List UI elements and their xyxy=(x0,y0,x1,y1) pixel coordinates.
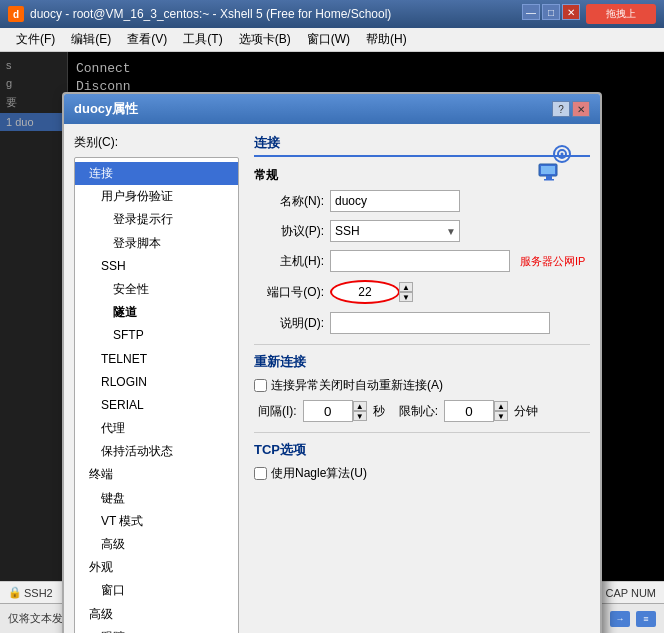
svg-rect-1 xyxy=(541,166,555,174)
title-bar: d duocy - root@VM_16_3_centos:~ - Xshell… xyxy=(0,0,664,28)
desc-input[interactable] xyxy=(330,312,550,334)
interval-input-wrap: ▲ ▼ xyxy=(303,400,367,422)
menu-edit[interactable]: 编辑(E) xyxy=(63,29,119,50)
port-input-wrapper: ▲ ▼ xyxy=(330,280,413,304)
tree-item-serial[interactable]: SERIAL xyxy=(75,394,238,417)
svg-rect-2 xyxy=(546,176,552,179)
modal-overlay: duocy属性 ? ✕ 类别(C): 连接 用户身份验证 xyxy=(0,52,664,581)
svg-point-6 xyxy=(561,153,564,156)
server-ip-hint: 服务器公网IP xyxy=(520,254,585,269)
window-title: duocy - root@VM_16_3_centos:~ - Xshell 5… xyxy=(30,7,522,21)
sec-label: 秒 xyxy=(373,403,385,420)
menu-tabs[interactable]: 选项卡(B) xyxy=(231,29,299,50)
limit-label: 限制心: xyxy=(399,403,438,420)
name-row: 名称(N): xyxy=(254,190,590,212)
reconnect-checkbox-label: 连接异常关闭时自动重新连接(A) xyxy=(271,377,443,394)
ssh-label: 🔒 xyxy=(8,586,22,599)
menu-bar: 文件(F) 编辑(E) 查看(V) 工具(T) 选项卡(B) 窗口(W) 帮助(… xyxy=(0,28,664,52)
reconnect-section: 重新连接 连接异常关闭时自动重新连接(A) 间隔(I): ▲ ▼ xyxy=(254,344,590,422)
host-input[interactable] xyxy=(330,250,510,272)
tree-item-security[interactable]: 安全性 xyxy=(75,278,238,301)
tree-item-login-prompt[interactable]: 登录提示行 xyxy=(75,208,238,231)
tcp-section: TCP选项 使用Nagle算法(U) xyxy=(254,432,590,482)
tree-item-connection[interactable]: 连接 xyxy=(75,162,238,185)
menu-window[interactable]: 窗口(W) xyxy=(299,29,358,50)
port-increment-button[interactable]: ▲ xyxy=(399,282,413,292)
host-label: 主机(H): xyxy=(254,253,324,270)
app-icon: d xyxy=(8,6,24,22)
menu-tools[interactable]: 工具(T) xyxy=(175,29,230,50)
dialog-help-button[interactable]: ? xyxy=(552,101,570,117)
interval-decrement-button[interactable]: ▼ xyxy=(353,411,367,421)
protocol-label: 协议(P): xyxy=(254,223,324,240)
tree-item-sftp[interactable]: SFTP xyxy=(75,324,238,347)
interval-label: 间隔(I): xyxy=(258,403,297,420)
send-icon[interactable]: → xyxy=(610,611,630,627)
tree-item-proxy[interactable]: 代理 xyxy=(75,417,238,440)
limit-decrement-button[interactable]: ▼ xyxy=(494,411,508,421)
port-decrement-button[interactable]: ▼ xyxy=(399,292,413,302)
limit-input[interactable] xyxy=(444,400,494,422)
tree-item-appearance[interactable]: 外观 xyxy=(75,556,238,579)
port-row: 端口号(O): ▲ ▼ xyxy=(254,280,590,304)
protocol-select[interactable]: SSH TELNET RLOGIN SERIAL SFTP xyxy=(330,220,460,242)
tree-item-window[interactable]: 窗口 xyxy=(75,579,238,602)
tree-panel: 连接 用户身份验证 登录提示行 登录脚本 SSH 安全性 隧道 SFTP TEL… xyxy=(74,157,239,633)
tree-item-login-script[interactable]: 登录脚本 xyxy=(75,232,238,255)
menu-view[interactable]: 查看(V) xyxy=(119,29,175,50)
desc-label: 说明(D): xyxy=(254,315,324,332)
tree-item-rlogin[interactable]: RLOGIN xyxy=(75,371,238,394)
interval-input[interactable] xyxy=(303,400,353,422)
tree-item-ssh[interactable]: SSH xyxy=(75,255,238,278)
properties-dialog: duocy属性 ? ✕ 类别(C): 连接 用户身份验证 xyxy=(62,92,602,633)
maximize-button[interactable]: □ xyxy=(542,4,560,20)
nagle-label: 使用Nagle算法(U) xyxy=(271,465,367,482)
name-input[interactable] xyxy=(330,190,460,212)
category-label: 类别(C): xyxy=(74,134,244,151)
limit-increment-button[interactable]: ▲ xyxy=(494,401,508,411)
dialog-close-button[interactable]: ✕ xyxy=(572,101,590,117)
baidu-button[interactable]: 拖拽上 xyxy=(586,4,656,24)
settings-icon[interactable]: ≡ xyxy=(636,611,656,627)
tree-item-terminal[interactable]: 终端 xyxy=(75,463,238,486)
tree-item-advanced-term[interactable]: 高级 xyxy=(75,533,238,556)
tree-item-keepalive[interactable]: 保持活动状态 xyxy=(75,440,238,463)
reconnect-title: 重新连接 xyxy=(254,353,590,371)
interval-increment-button[interactable]: ▲ xyxy=(353,401,367,411)
port-input[interactable] xyxy=(330,280,400,304)
dialog-titlebar: duocy属性 ? ✕ xyxy=(64,94,600,124)
bottom-bar-icons: → ≡ xyxy=(610,611,656,627)
tcp-title: TCP选项 xyxy=(254,441,590,459)
tree-item-auth[interactable]: 用户身份验证 xyxy=(75,185,238,208)
menu-file[interactable]: 文件(F) xyxy=(8,29,63,50)
status-caps: CAP NUM xyxy=(605,587,656,599)
tree-item-advanced[interactable]: 高级 xyxy=(75,603,238,626)
menu-help[interactable]: 帮助(H) xyxy=(358,29,415,50)
interval-spinners: ▲ ▼ xyxy=(353,401,367,421)
reconnect-checkbox[interactable] xyxy=(254,379,267,392)
desc-row: 说明(D): xyxy=(254,312,590,334)
tree-item-keyboard[interactable]: 键盘 xyxy=(75,487,238,510)
nagle-checkbox[interactable] xyxy=(254,467,267,480)
window-controls: — □ ✕ 拖拽上 xyxy=(522,4,656,24)
interval-row: 间隔(I): ▲ ▼ 秒 限制心: xyxy=(254,400,590,422)
dialog-controls: ? ✕ xyxy=(552,101,590,117)
minimize-button[interactable]: — xyxy=(522,4,540,20)
port-spinners: ▲ ▼ xyxy=(399,282,413,302)
left-panel: 类别(C): 连接 用户身份验证 登录提示行 登录脚本 SSH 安全性 隧道 S… xyxy=(74,134,244,633)
right-panel: 连接 常规 xyxy=(254,134,590,633)
min-label: 分钟 xyxy=(514,403,538,420)
tree-item-trace[interactable]: 跟踪 xyxy=(75,626,238,633)
limit-spinners: ▲ ▼ xyxy=(494,401,508,421)
tree-item-tunnel[interactable]: 隧道 xyxy=(75,301,238,324)
main-area: s g 要 1 duo Connect Disconn Type `h [c:~… xyxy=(0,52,664,581)
close-window-button[interactable]: ✕ xyxy=(562,4,580,20)
reconnect-checkbox-row: 连接异常关闭时自动重新连接(A) xyxy=(254,377,590,394)
tree-item-vt-mode[interactable]: VT 模式 xyxy=(75,510,238,533)
svg-rect-3 xyxy=(544,179,554,181)
name-label: 名称(N): xyxy=(254,193,324,210)
host-row: 主机(H): 服务器公网IP xyxy=(254,250,590,272)
tree-item-telnet[interactable]: TELNET xyxy=(75,348,238,371)
network-icon xyxy=(534,142,574,182)
dialog-body: 类别(C): 连接 用户身份验证 登录提示行 登录脚本 SSH 安全性 隧道 S… xyxy=(64,124,600,633)
